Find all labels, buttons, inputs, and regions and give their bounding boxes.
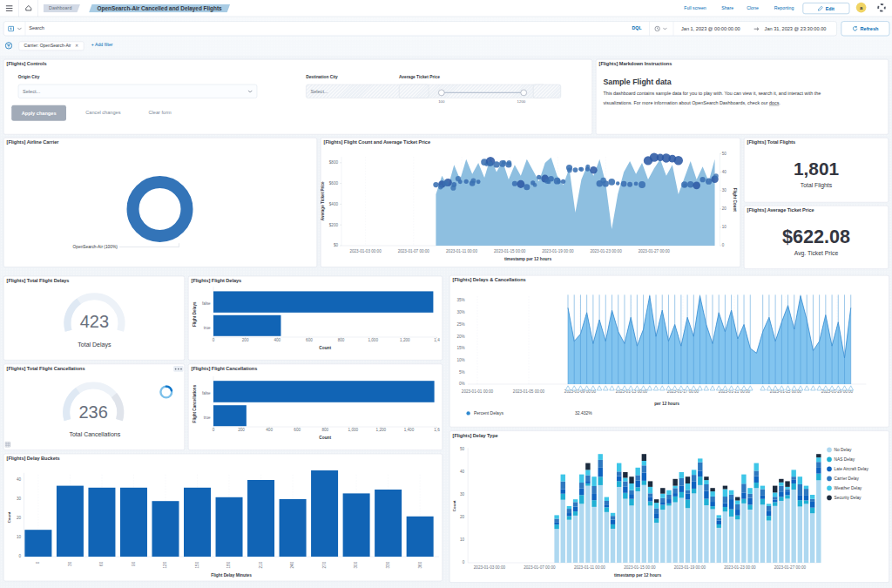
svg-text:800: 800	[338, 338, 345, 342]
svg-text:240: 240	[290, 561, 294, 568]
svg-text:OpenSearch-Air (100%): OpenSearch-Air (100%)	[73, 245, 118, 249]
svg-text:2023-01-15 00:00: 2023-01-15 00:00	[624, 565, 656, 570]
svg-text:0: 0	[722, 243, 725, 247]
svg-text:Flight Count: Flight Count	[733, 188, 737, 213]
svg-text:40: 40	[722, 170, 727, 174]
svg-text:2023-01-03 00:00: 2023-01-03 00:00	[474, 565, 506, 570]
svg-text:2023-01-23 00:00: 2023-01-23 00:00	[590, 249, 622, 253]
svg-text:25%: 25%	[456, 322, 464, 327]
svg-text:60: 60	[99, 561, 104, 566]
svg-text:Flight Delays: Flight Delays	[193, 301, 197, 327]
svg-text:1,000: 1,000	[368, 338, 378, 342]
svg-text:330: 330	[386, 561, 390, 568]
svg-text:270: 270	[322, 561, 327, 568]
svg-text:236: 236	[79, 402, 108, 422]
svg-text:$800: $800	[329, 160, 339, 165]
svg-text:Flight Cancellations: Flight Cancellations	[193, 384, 197, 422]
svg-text:2023-01-15 00:00: 2023-01-15 00:00	[494, 249, 526, 253]
svg-text:2023-01-11 00:00: 2023-01-11 00:00	[574, 565, 605, 570]
svg-text:false: false	[202, 391, 211, 395]
svg-text:Count: Count	[319, 436, 331, 440]
svg-text:2023-01-03 00:00: 2023-01-03 00:00	[349, 249, 382, 253]
svg-text:false: false	[202, 301, 211, 306]
svg-text:800: 800	[321, 428, 328, 432]
svg-text:Carrier Delay: Carrier Delay	[835, 476, 860, 481]
svg-text:1,200: 1,200	[376, 428, 387, 432]
svg-text:1,6: 1,6	[434, 428, 440, 432]
svg-text:0%: 0%	[459, 382, 465, 386]
svg-text:30: 30	[460, 492, 465, 497]
svg-text:$0: $0	[334, 243, 339, 247]
svg-text:Late Aircraft Delay: Late Aircraft Delay	[835, 467, 869, 471]
svg-text:Weather Delay: Weather Delay	[835, 486, 862, 490]
svg-text:Flight Delay Minutes: Flight Delay Minutes	[211, 573, 252, 578]
svg-text:No Delay: No Delay	[835, 448, 852, 452]
svg-text:2023-01-27 00:00: 2023-01-27 00:00	[639, 249, 671, 253]
svg-text:200: 200	[238, 428, 245, 432]
svg-text:timestamp per 12 hours: timestamp per 12 hours	[504, 257, 551, 261]
svg-text:$600: $600	[329, 181, 339, 186]
svg-text:2023-01-01 00:00: 2023-01-01 00:00	[462, 389, 494, 394]
svg-text:0: 0	[213, 428, 215, 432]
svg-text:120: 120	[163, 561, 167, 568]
svg-text:600: 600	[294, 428, 301, 432]
svg-text:NAS Delay: NAS Delay	[835, 457, 855, 462]
svg-text:10: 10	[17, 535, 22, 539]
svg-text:20: 20	[17, 516, 22, 520]
svg-text:Count: Count	[7, 511, 11, 523]
svg-text:35%: 35%	[456, 298, 464, 302]
svg-text:Count: Count	[319, 346, 331, 350]
svg-text:Total Delays: Total Delays	[78, 341, 112, 348]
svg-text:1,400: 1,400	[404, 428, 415, 432]
svg-text:5%: 5%	[459, 370, 465, 375]
svg-text:2023-01-07 00:00: 2023-01-07 00:00	[524, 565, 556, 570]
svg-text:1200: 1200	[517, 99, 526, 104]
svg-text:true: true	[204, 326, 211, 330]
svg-text:Average Ticket Price: Average Ticket Price	[321, 181, 325, 220]
svg-text:Total Cancellations: Total Cancellations	[69, 431, 120, 437]
svg-text:0: 0	[18, 554, 21, 558]
svg-text:50: 50	[722, 152, 727, 156]
svg-text:Percent Delays: Percent Delays	[474, 410, 503, 416]
svg-text:423: 423	[80, 312, 109, 331]
svg-text:1,000: 1,000	[348, 428, 359, 432]
svg-text:0: 0	[213, 338, 215, 342]
svg-text:20%: 20%	[456, 335, 464, 339]
svg-text:30: 30	[17, 497, 22, 501]
svg-text:150: 150	[195, 561, 199, 568]
svg-text:200: 200	[242, 338, 249, 342]
svg-text:2023-01-23 00:00: 2023-01-23 00:00	[724, 565, 756, 570]
svg-text:20: 20	[722, 206, 727, 211]
svg-text:180: 180	[226, 561, 231, 568]
svg-text:$200: $200	[329, 223, 339, 227]
svg-text:30: 30	[68, 561, 72, 566]
svg-text:$400: $400	[329, 202, 339, 206]
svg-text:Security Delay: Security Delay	[835, 496, 862, 500]
svg-text:600: 600	[306, 338, 313, 342]
svg-text:2023-01-05 00:00: 2023-01-05 00:00	[513, 389, 545, 394]
svg-text:40: 40	[17, 477, 22, 482]
svg-text:40: 40	[460, 470, 465, 474]
svg-text:10: 10	[460, 537, 465, 542]
svg-text:30%: 30%	[456, 310, 464, 314]
svg-text:360: 360	[418, 561, 422, 568]
svg-text:true: true	[204, 416, 211, 420]
svg-text:0: 0	[463, 560, 465, 564]
svg-text:20: 20	[460, 515, 465, 519]
svg-text:0: 0	[36, 561, 40, 564]
svg-text:2023-01-11 00:00: 2023-01-11 00:00	[446, 249, 477, 253]
svg-text:1,4: 1,4	[434, 338, 440, 342]
svg-text:2023-01-27 00:00: 2023-01-27 00:00	[774, 565, 807, 570]
svg-text:400: 400	[274, 338, 280, 342]
svg-text:2023-01-19 00:00: 2023-01-19 00:00	[674, 565, 706, 570]
svg-text:2023-01-07 00:00: 2023-01-07 00:00	[398, 249, 430, 253]
svg-text:210: 210	[259, 561, 263, 568]
svg-text:10%: 10%	[456, 358, 464, 362]
svg-text:per 12 hours: per 12 hours	[654, 402, 679, 406]
svg-text:100: 100	[438, 99, 445, 104]
svg-text:30: 30	[722, 188, 727, 193]
svg-text:15%: 15%	[456, 346, 464, 350]
svg-text:400: 400	[266, 428, 273, 432]
svg-text:10: 10	[722, 225, 727, 229]
svg-text:50: 50	[460, 447, 465, 451]
